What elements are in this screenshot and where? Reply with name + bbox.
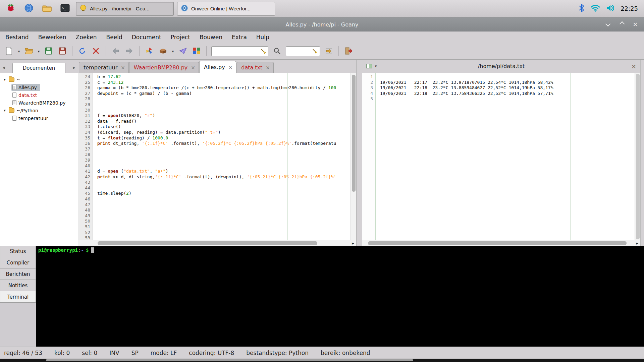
goto-line-button[interactable]	[322, 45, 335, 58]
volume-icon[interactable]	[606, 4, 615, 13]
terminal-launcher[interactable]: >_	[58, 1, 72, 16]
tab-scroll-right-icon[interactable]: ▶	[72, 66, 76, 73]
compile-button[interactable]	[143, 45, 156, 58]
split-view-editor[interactable]: 19/06/2021 22:17 23.2*C 13.9718707015 22…	[376, 73, 635, 240]
tree-file-temperatuur[interactable]: temperatuur	[3, 114, 78, 122]
clear-search-icon[interactable]	[260, 48, 266, 54]
tab-close-icon[interactable]: ×	[191, 65, 195, 71]
back-button[interactable]	[109, 45, 122, 58]
close-document-button[interactable]	[90, 45, 102, 58]
scroll-right-arrow[interactable]: ▶	[635, 241, 640, 246]
line-number: 34	[78, 130, 90, 135]
editor-vscrollbar[interactable]	[351, 73, 356, 240]
quit-button[interactable]	[342, 45, 355, 58]
terminal[interactable]: pi@raspberrypi:~$	[36, 246, 644, 347]
new-file-dropdown-icon[interactable]: ▾	[16, 45, 21, 58]
search-button[interactable]	[271, 45, 283, 58]
tree-folder-~/Python[interactable]: ▾~/Python	[3, 107, 78, 114]
code-line	[97, 196, 351, 202]
tab-close-icon[interactable]: ×	[121, 65, 125, 71]
expander-icon[interactable]: ▾	[3, 108, 7, 113]
tab-WaardenBMP280.py[interactable]: WaardenBMP280.py×	[129, 62, 199, 73]
menu-bestand[interactable]: Bestand	[1, 32, 34, 43]
message-tab-berichten[interactable]: Berichten	[0, 268, 36, 280]
build-button[interactable]	[157, 45, 169, 58]
message-tab-notities[interactable]: Notities	[0, 280, 36, 291]
tab-temperatuur[interactable]: temperatuur×	[79, 62, 129, 73]
applications-menu-button[interactable]	[3, 1, 18, 16]
minimize-button[interactable]	[602, 20, 612, 29]
clear-goto-icon[interactable]	[312, 48, 318, 54]
tree-file-WaardenBMP280.py[interactable]: WaardenBMP280.py	[3, 99, 78, 107]
tab-close-icon[interactable]: ×	[228, 64, 233, 70]
split-hscrollbar[interactable]: ▶	[362, 240, 640, 246]
line-number: 25	[78, 80, 90, 85]
scrollbar-thumb[interactable]	[368, 241, 627, 245]
save-all-button[interactable]	[56, 45, 69, 58]
scrollbar-thumb[interactable]	[636, 74, 640, 239]
tab-scroll-left-icon[interactable]: ◀	[2, 66, 6, 73]
tab-close-icon[interactable]: ×	[266, 65, 270, 71]
code-editor[interactable]: b = 17.62c = 243.12gamma = (b * bme280.t…	[93, 73, 351, 240]
bottom-scrollbar[interactable]	[0, 359, 644, 362]
taskbar-window-geany[interactable]: Alles.py - /home/pi - Gea...	[76, 2, 174, 16]
wifi-icon[interactable]	[590, 4, 600, 13]
menu-beeld[interactable]: Beeld	[102, 32, 127, 43]
goto-line-entry[interactable]	[286, 46, 320, 56]
menu-bouwen[interactable]: Bouwen	[195, 32, 227, 43]
status-item-4: SP	[131, 350, 139, 356]
line-number: 2	[362, 80, 373, 85]
expander-icon[interactable]: ▾	[3, 77, 7, 82]
menu-zoeken[interactable]: Zoeken	[71, 32, 102, 43]
code-line: d = open ("data.txt", "a+")	[97, 169, 351, 174]
window-titlebar[interactable]: Alles.py - /home/pi - Geany ×	[0, 17, 644, 32]
search-input[interactable]	[214, 49, 260, 54]
build-dropdown-icon[interactable]: ▾	[170, 45, 175, 58]
split-document-button[interactable]: ▾	[366, 63, 378, 69]
message-tab-compiler[interactable]: Compiler	[0, 257, 36, 268]
file-manager-launcher[interactable]	[40, 1, 54, 16]
menu-document[interactable]: Document	[127, 32, 166, 43]
maximize-button[interactable]	[616, 20, 626, 29]
message-tab-status[interactable]: Status	[0, 246, 36, 257]
status-bar: regel: 46 / 53kol: 0sel: 0INVSPmode: LFc…	[0, 347, 644, 359]
line-number: 30	[78, 108, 90, 113]
bluetooth-icon[interactable]	[578, 4, 585, 14]
editor-hscrollbar[interactable]: ▶	[78, 240, 356, 246]
scroll-right-arrow[interactable]: ▶	[351, 241, 356, 246]
taskbar-window-browser[interactable]: Onweer Online | Weerfor...	[177, 2, 275, 16]
scrollbar-thumb[interactable]	[98, 241, 317, 245]
scrollbar-thumb[interactable]	[46, 359, 413, 361]
split-close-icon[interactable]: ×	[631, 63, 636, 70]
tab-Alles.py[interactable]: Alles.py×	[199, 61, 236, 73]
menu-hulp[interactable]: Hulp	[252, 32, 274, 43]
scrollbar-thumb[interactable]	[352, 75, 356, 192]
window-close-button[interactable]: ×	[631, 20, 640, 29]
message-tab-terminal[interactable]: Terminal	[0, 291, 36, 303]
web-browser-launcher[interactable]	[21, 1, 36, 16]
revert-button[interactable]	[76, 45, 89, 58]
menu-bewerken[interactable]: Bewerken	[34, 32, 71, 43]
split-dropdown-icon[interactable]: ▾	[373, 63, 378, 69]
file-icon	[12, 100, 16, 105]
open-file-button[interactable]	[22, 45, 35, 58]
split-vscrollbar[interactable]	[635, 73, 640, 240]
new-file-button[interactable]	[3, 45, 15, 58]
sidebar-tab-documents[interactable]: Documenten	[12, 63, 65, 73]
tree-folder-~[interactable]: ▾~	[3, 76, 78, 83]
tree-file-data.txt[interactable]: data.txt	[3, 91, 78, 99]
menu-bar: BestandBewerkenZoekenBeeldDocumentProjec…	[0, 32, 644, 43]
goto-line-input[interactable]	[289, 49, 312, 54]
menu-extra[interactable]: Extra	[227, 32, 252, 43]
tree-file-Alles.py[interactable]: Alles.py	[3, 83, 78, 91]
tab-data.txt[interactable]: data.txt×	[236, 62, 274, 73]
search-entry[interactable]	[211, 46, 268, 56]
run-button[interactable]	[176, 45, 189, 58]
color-chooser-button[interactable]	[190, 45, 203, 58]
open-file-dropdown-icon[interactable]: ▾	[36, 45, 41, 58]
menu-project[interactable]: Project	[166, 32, 195, 43]
pane-splitter[interactable]	[357, 60, 362, 246]
line-number: 29	[78, 102, 90, 108]
save-button[interactable]	[42, 45, 55, 58]
forward-button[interactable]	[123, 45, 136, 58]
